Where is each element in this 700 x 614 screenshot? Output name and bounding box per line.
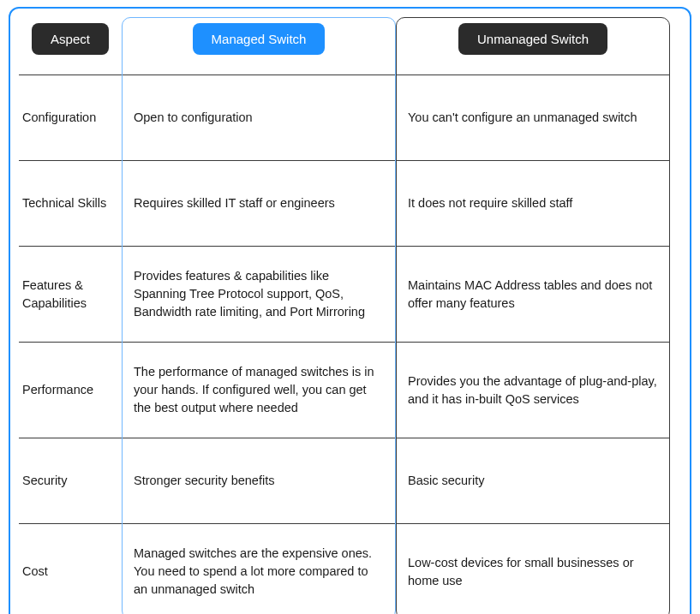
header-spacer-unmanaged — [396, 60, 670, 75]
row-aspect: Features & Capabilities — [19, 247, 122, 343]
row-managed: Open to configuration — [122, 75, 396, 161]
row-aspect: Performance — [19, 343, 122, 438]
row-unmanaged: You can't configure an unmanaged switch — [396, 75, 670, 161]
row-managed: Stronger security benefits — [122, 438, 396, 524]
row-unmanaged: It does not require skilled staff — [396, 161, 670, 247]
comparison-table-frame: Aspect Managed Switch Unmanaged Switch C… — [9, 7, 691, 614]
header-spacer-managed — [122, 60, 396, 75]
row-unmanaged: Provides you the advantage of plug-and-p… — [396, 343, 670, 438]
comparison-grid: Aspect Managed Switch Unmanaged Switch C… — [19, 17, 681, 614]
header-managed: Managed Switch — [122, 17, 396, 60]
row-unmanaged: Low-cost devices for small businesses or… — [396, 524, 670, 614]
row-managed: Requires skilled IT staff or engineers — [122, 161, 396, 247]
row-managed: Managed switches are the expensive ones.… — [122, 524, 396, 614]
row-aspect: Technical Skills — [19, 161, 122, 247]
header-unmanaged: Unmanaged Switch — [396, 17, 670, 60]
aspect-header-label: Aspect — [32, 23, 109, 55]
row-aspect: Security — [19, 438, 122, 524]
header-spacer-aspect — [19, 60, 122, 75]
row-managed: The performance of managed switches is i… — [122, 343, 396, 438]
managed-header-label: Managed Switch — [193, 23, 326, 55]
row-aspect: Cost — [19, 524, 122, 614]
unmanaged-header-label: Unmanaged Switch — [458, 23, 607, 55]
row-managed: Provides features & capabilities like Sp… — [122, 247, 396, 343]
row-unmanaged: Maintains MAC Address tables and does no… — [396, 247, 670, 343]
row-unmanaged: Basic security — [396, 438, 670, 524]
row-aspect: Configuration — [19, 75, 122, 161]
header-aspect: Aspect — [19, 17, 122, 60]
